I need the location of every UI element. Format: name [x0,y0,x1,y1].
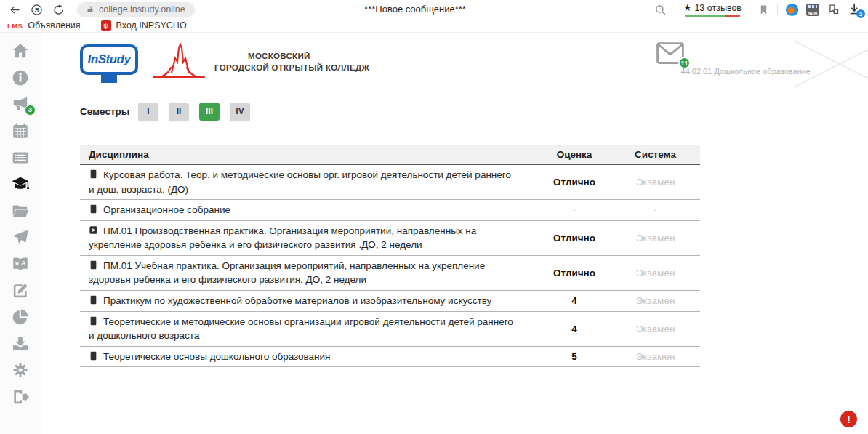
grades-table-row[interactable]: Курсовая работа. Теор. и методические ос… [80,165,700,200]
semester-buttons: IIIIIIIV [138,103,260,121]
sidebar-item-download[interactable] [0,331,41,358]
sidebar-item-send[interactable] [0,224,41,251]
lms-favicon: LMS [7,22,23,30]
extension-new-icon[interactable]: NEW [806,4,819,16]
sidebar-item-graduation-cap[interactable] [0,171,41,198]
lock-icon [86,5,95,14]
system-cell: Экзамен [611,351,700,362]
system-cell: - [611,206,700,214]
semester-button-II[interactable]: II [169,103,189,121]
grades-table-row[interactable]: ПМ.01 Учебная практика. Организация меро… [80,256,700,291]
discipline-name: ПМ.01 Учебная практика. Организация меро… [89,260,485,286]
alert-badge[interactable]: ! [840,411,857,427]
discipline-cell: ПМ.01 Производственная практика. Организ… [80,224,538,252]
system-cell: Экзамен [611,233,700,244]
svg-text:Я: Я [35,7,39,13]
back-icon[interactable] [9,4,21,16]
address-bar[interactable]: college.instudy.online [77,2,195,17]
sidebar-item-announcements[interactable]: 3 [0,91,41,118]
grades-table-row[interactable]: Организационное собрание-- [80,200,700,221]
semester-button-III[interactable]: III [199,103,220,121]
sidebar-item-calendar[interactable] [0,118,41,145]
discipline-name: Организационное собрание [103,204,230,215]
close-x-watermark-icon [794,41,868,87]
sidebar-item-folder[interactable] [0,198,41,225]
college-name-line2: ГОРОДСКОЙ ОТКРЫТЫЙ КОЛЛЕДЖ [214,62,369,73]
yandex-forward-icon[interactable]: Я [31,4,43,16]
discipline-name: Практикум по художественной обработке ма… [103,295,491,306]
folder-icon [11,201,30,220]
grades-table-row[interactable]: Теоретические и методические основы орга… [80,312,700,347]
main-content: InStudy МОСКОВСКИЙ ГОРОДСКОЙ ОТКРЫТЫЙ КО… [41,33,868,434]
discipline-cell: Организационное собрание [80,203,538,217]
system-cell: Экзамен [611,268,700,278]
grades-table-row[interactable]: Теоретические основы дошкольного образов… [80,347,700,368]
play-icon [89,225,98,235]
sidebar-item-edit[interactable] [0,277,41,304]
send-icon [11,228,30,246]
grade-cell: - [538,206,611,214]
bookmark-label: Вход.INPSYCHO [116,20,187,31]
divider [675,4,675,15]
grade-cell: 4 [538,324,611,334]
sidebar-item-pie-chart[interactable] [0,304,41,331]
browser-nav-controls: Я college.instudy.online [0,2,195,17]
bookmarks-bar: LMS Объявления Вход.INPSYCHO [0,19,868,33]
college-name-line1: МОСКОВСКИЙ [248,50,369,62]
refresh-icon[interactable] [52,4,65,16]
column-header-grade: Оценка [538,149,611,160]
grade-cell: Отлично [538,268,611,278]
book-icon [89,295,98,305]
discipline-name: Теоретические и методические основы орга… [89,316,513,342]
system-cell: Экзамен [611,295,700,306]
home-icon [11,41,30,60]
browser-toolbar-right: 13 отзывов NEW 2 [654,2,868,17]
sidebar-item-language[interactable]: Aя [0,251,41,278]
semester-button-I[interactable]: I [138,103,158,121]
table-header-row: Дисциплина Оценка Система [80,145,700,165]
bookmark-inpsycho[interactable]: Вход.INPSYCHO [101,20,187,31]
semesters-label: Семестры [80,106,138,117]
extension-browser-icon[interactable] [786,4,798,16]
pie-chart-icon [11,308,30,326]
downloads-icon[interactable]: 2 [848,3,861,16]
downloads-count-badge: 2 [856,9,865,18]
semester-button-IV[interactable]: IV [230,103,250,121]
settings-icon [11,361,30,379]
zoom-out-icon[interactable] [654,4,667,16]
instudy-logo-text: InStudy [88,52,131,67]
calendar-icon [11,121,30,140]
grade-cell: Отлично [538,177,611,188]
instudy-logo[interactable]: InStudy [80,44,138,75]
header-divider [62,89,868,89]
sidebar-item-card-list[interactable] [0,144,41,171]
mail-button[interactable]: 11 [656,42,684,64]
program-label: 44.02.01 Дошкольное образование [681,67,811,76]
column-header-system: Система [611,149,700,160]
grade-cell: 4 [538,295,611,306]
semesters-row: Семестры IIIIIIIV [80,102,260,121]
info-icon [11,68,30,87]
grades-table-row[interactable]: Практикум по художественной обработке ма… [80,291,700,312]
sidebar-item-logout[interactable] [0,384,41,411]
bookmark-flag-icon[interactable] [758,4,769,15]
bookmark-announcements[interactable]: LMS Объявления [7,20,81,31]
divider [777,4,778,15]
inpsycho-favicon [101,20,111,31]
system-cell: Экзамен [611,177,700,188]
grades-table: Дисциплина Оценка Система Курсовая работ… [80,145,700,367]
divider [750,4,750,15]
book-icon [89,204,98,214]
column-header-discipline: Дисциплина [80,149,538,160]
sidebar-item-home[interactable] [0,38,41,65]
grades-table-row[interactable]: ПМ.01 Производственная практика. Организ… [80,221,700,256]
collections-panel-icon[interactable] [827,4,840,16]
app-sidebar: 3Aя [0,33,41,434]
browser-topbar: Я college.instudy.online ***Новое сообще… [0,0,868,19]
svg-text:я: я [15,260,19,267]
book-icon [89,316,98,326]
sidebar-item-info[interactable] [0,65,41,92]
sidebar-item-settings[interactable] [0,357,41,384]
reviews-button[interactable]: 13 отзывов [683,2,742,17]
discipline-cell: Теоретические основы дошкольного образов… [80,350,538,364]
